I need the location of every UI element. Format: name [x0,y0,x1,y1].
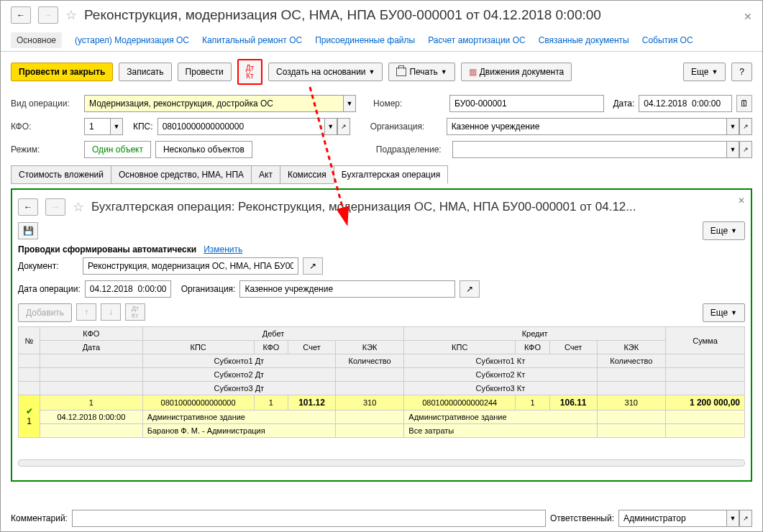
panel-more-button[interactable]: Еще ▼ [703,221,745,240]
post-button[interactable]: Провести [178,63,232,81]
table-row[interactable]: 04.12.2018 0:00:00 Административное здан… [19,411,745,424]
nav-back-button[interactable]: ← [11,6,31,24]
operation-type-label: Вид операции: [11,98,80,109]
move-down-icon[interactable]: ↓ [101,303,121,321]
movements-icon: ▦ [469,67,477,77]
dt-kt-small-icon[interactable]: ДтКт [125,303,145,321]
operation-type-input[interactable] [84,95,343,112]
col-sub1d: Субконто1 Дт [142,354,335,368]
tab-linked-docs[interactable]: Связанные документы [539,32,629,48]
col-sub1k: Субконто1 Кт [404,354,597,368]
page-title: Реконструкция, модернизация ОС, НМА, НПА… [84,7,601,23]
tab-main[interactable]: Основное [11,32,62,48]
col-sub2k: Субконто2 Кт [404,368,597,382]
chevron-down-icon: ▼ [711,68,718,75]
col-qty-k: Количество [597,354,665,368]
date-input[interactable] [639,95,732,112]
tab-commission[interactable]: Комиссия [280,165,334,184]
col-d-kfo: КФО [254,341,288,354]
org-dropdown[interactable]: ▼ [726,118,739,135]
kps-input[interactable] [157,118,324,135]
dept-label: Подразделение: [376,145,448,155]
doc-input[interactable] [83,257,298,275]
doc-open-icon[interactable]: ↗ [303,257,323,275]
panel-org-open-icon[interactable]: ↗ [460,280,480,298]
favorite-star-icon[interactable]: ☆ [65,7,77,23]
dt-kt-icon: ДтКт [246,64,254,80]
org-label: Организация: [370,121,442,132]
table-row[interactable]: ✔ 1 1 08010000000000000 1 101.12 310 080… [19,395,745,411]
dept-dropdown[interactable]: ▼ [726,141,739,158]
date-label: Дата: [613,98,634,109]
movements-button[interactable]: ▦ Движения документа [461,63,572,81]
panel-nav-back[interactable]: ← [18,198,38,216]
table-row[interactable]: Баранов Ф. М. - Администрация Все затрат… [19,424,745,438]
col-d-kek: КЭК [335,341,403,354]
dept-open-icon[interactable]: ↗ [739,141,752,158]
create-from-button[interactable]: Создать на основании ▼ [268,63,383,81]
responsible-dropdown[interactable]: ▼ [726,510,739,527]
mode-single-button[interactable]: Один объект [84,141,151,158]
col-qty-d: Количество [335,354,403,368]
calendar-icon[interactable]: 🗓 [736,95,752,112]
h-scrollbar[interactable] [18,459,745,467]
nav-fwd-button[interactable]: → [38,6,58,24]
tab-act[interactable]: Акт [251,165,280,184]
doc-label: Документ: [18,261,78,271]
tab-deprec-calc[interactable]: Расчет амортизации ОС [428,32,526,48]
tab-asset[interactable]: Основное средство, НМА, НПА [111,165,252,184]
more-button[interactable]: Еще ▼ [683,63,726,81]
kps-dropdown[interactable]: ▼ [324,118,337,135]
number-input[interactable] [449,95,604,112]
add-button[interactable]: Добавить [18,303,72,322]
panel-star-icon[interactable]: ☆ [73,199,84,215]
tab-legacy-modern[interactable]: (устарел) Модернизация ОС [75,32,189,48]
print-button[interactable]: Печать ▼ [388,63,454,81]
tab-accounting[interactable]: Бухгалтерская операция [334,165,448,184]
responsible-label: Ответственный: [550,513,614,523]
panel-close-icon[interactable]: ✕ [738,196,745,206]
mode-label: Режим: [11,145,80,155]
dt-kt-button[interactable]: ДтКт [237,59,262,85]
printer-icon [396,68,406,76]
tab-cost[interactable]: Стоимость вложений [11,165,111,184]
kfo-input[interactable] [84,118,110,135]
responsible-input[interactable] [618,510,726,527]
responsible-open-icon[interactable]: ↗ [739,510,752,527]
save-small-button[interactable]: 💾 [18,222,38,239]
col-debit: Дебет [142,327,404,341]
kfo-label: КФО: [11,121,80,132]
mode-multi-button[interactable]: Несколько объектов [155,141,252,158]
help-button[interactable]: ? [731,63,752,81]
kps-label: КПС: [133,121,153,132]
kps-open-icon[interactable]: ↗ [337,118,350,135]
panel-org-label: Организация: [181,284,236,294]
tab-capital-repair[interactable]: Капитальный ремонт ОС [202,32,302,48]
operation-type-dropdown[interactable]: ▼ [343,95,356,112]
dept-input[interactable] [452,141,726,158]
col-sub2d: Субконто2 Дт [142,368,335,382]
panel-nav-fwd[interactable]: → [45,198,65,216]
tab-attachments[interactable]: Присоединенные файлы [315,32,415,48]
col-k-kfo: КФО [516,341,550,354]
comment-input[interactable] [72,510,546,527]
col-d-kps: КПС [142,341,254,354]
col-k-kek: КЭК [597,341,665,354]
grid-more-button[interactable]: Еще ▼ [703,303,745,322]
org-input[interactable] [447,118,726,135]
post-and-close-button[interactable]: Провести и закрыть [11,63,113,81]
panel-org-input[interactable] [239,280,455,298]
save-button[interactable]: Записать [119,63,171,81]
close-icon[interactable]: ✕ [744,11,752,22]
kfo-dropdown[interactable]: ▼ [110,118,123,135]
comment-label: Комментарий: [11,513,68,523]
check-icon: ✔ [26,406,33,416]
accounting-panel: ← → ☆ Бухгалтерская операция: Реконструк… [11,188,752,482]
tab-events[interactable]: События ОС [642,32,693,48]
move-up-icon[interactable]: ↑ [76,303,96,321]
change-link[interactable]: Изменить [204,244,242,254]
opdate-input[interactable] [85,280,171,298]
org-open-icon[interactable]: ↗ [739,118,752,135]
auto-entries-label: Проводки сформированы автоматически [18,244,196,254]
col-sub3k: Субконто3 Кт [404,382,597,395]
